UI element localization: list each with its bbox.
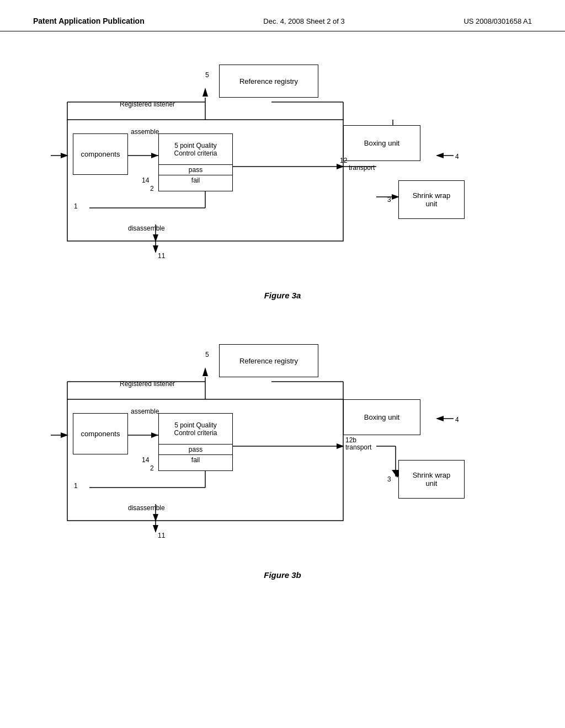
reference-registry-box-3b: Reference registry xyxy=(219,344,318,377)
label-14-3b: 14 xyxy=(142,456,149,464)
figure-3a: Reference registry 5 Registered listener… xyxy=(34,48,531,285)
shrink-wrap-box-3b: Shrink wrap unit xyxy=(398,460,465,499)
registered-listener-3b: Registered listener xyxy=(120,380,175,388)
label-2-3b: 2 xyxy=(150,464,154,472)
caption-3b: Figure 3b xyxy=(0,570,565,580)
label-1-3b: 1 xyxy=(74,482,78,490)
label-assemble-3a: assemble xyxy=(131,128,159,136)
label-14-3a: 14 xyxy=(142,176,149,184)
label-3-3b: 3 xyxy=(387,475,391,483)
svg-marker-27 xyxy=(202,367,208,376)
reference-registry-box-3a: Reference registry xyxy=(219,65,318,98)
label-disassemble-3a: disassemble xyxy=(128,224,165,232)
boxing-unit-box-3b: Boxing unit xyxy=(343,399,420,435)
label-5-3b: 5 xyxy=(205,351,209,358)
svg-marker-48 xyxy=(436,416,444,421)
boxing-unit-box-3a: Boxing unit xyxy=(343,125,420,161)
svg-marker-41 xyxy=(153,514,158,522)
components-box-3b: components xyxy=(73,413,128,454)
qc-box-3a: 5 point Quality Control criteria pass fa… xyxy=(158,133,233,191)
page: Patent Application Publication Dec. 4, 2… xyxy=(0,0,565,728)
qc-box-3b: 5 point Quality Control criteria pass fa… xyxy=(158,413,233,471)
label-12-3a: 12 xyxy=(340,157,347,164)
label-disassemble-3b: disassemble xyxy=(128,504,165,512)
label-11-3b: 11 xyxy=(158,532,165,539)
shrink-wrap-box-3a: Shrink wrap unit xyxy=(398,180,465,219)
svg-marker-2 xyxy=(202,88,208,97)
components-box-3a: components xyxy=(73,133,128,175)
svg-marker-24 xyxy=(436,153,444,158)
svg-marker-37 xyxy=(337,443,344,449)
svg-marker-8 xyxy=(61,153,68,158)
header-left: Patent Application Publication xyxy=(33,17,145,25)
label-5-3a: 5 xyxy=(205,71,209,79)
svg-marker-33 xyxy=(61,432,68,438)
figure-3b: Reference registry 5 Registered listener… xyxy=(34,328,531,565)
registered-listener-3a: Registered listener xyxy=(120,100,175,108)
label-1-3a: 1 xyxy=(74,202,78,210)
svg-marker-12 xyxy=(337,164,344,169)
svg-marker-35 xyxy=(151,432,158,438)
label-11-3a: 11 xyxy=(158,252,165,260)
header-right: US 2008/0301658 A1 xyxy=(463,17,532,25)
label-3-3a: 3 xyxy=(387,196,391,204)
caption-3a: Figure 3a xyxy=(0,291,565,300)
label-4-3b: 4 xyxy=(455,416,459,424)
label-12b-3b: 12b xyxy=(345,436,356,444)
label-assemble-3b: assemble xyxy=(131,408,159,415)
svg-marker-10 xyxy=(151,153,158,158)
label-2-3a: 2 xyxy=(150,185,154,192)
header-center: Dec. 4, 2008 Sheet 2 of 3 xyxy=(263,17,344,25)
label-transport-3b: transport xyxy=(345,443,371,451)
svg-marker-16 xyxy=(153,234,158,242)
label-4-3a: 4 xyxy=(455,153,459,160)
label-transport-3a: transport xyxy=(349,164,375,172)
header: Patent Application Publication Dec. 4, 2… xyxy=(0,0,565,31)
